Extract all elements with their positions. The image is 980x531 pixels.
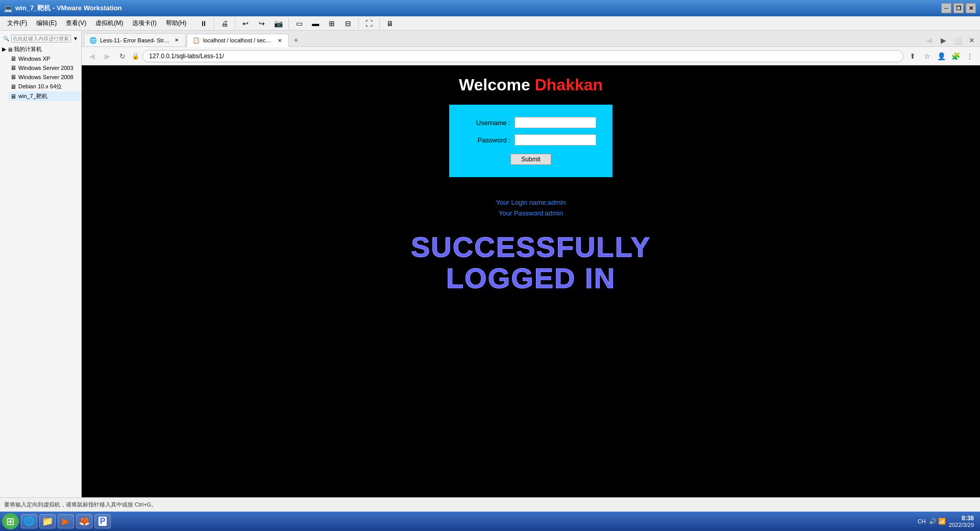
share-icon[interactable]: ⬆ [906,50,919,62]
menu-help[interactable]: 帮助(H) [162,18,191,29]
fullscreen-button[interactable]: ⛶ [362,16,376,31]
menu-dots-icon[interactable]: ⋮ [964,50,976,62]
menu-vm[interactable]: 虚拟机(M) [91,18,127,29]
clock: 8:38 2022/3/29 [949,515,974,528]
my-computer-label: 我的计算机 [14,45,42,53]
tab-bar: 🌐 Less-11- Error Based- String ✕ 📋 local… [82,31,980,47]
search-icon: 🔍 [3,36,9,41]
extensions-icon[interactable]: 🧩 [949,50,962,62]
login-name-text: Your Login name:admin [496,198,566,208]
sidebar-search-bar[interactable]: 🔍 ▼ [0,33,81,44]
restore-button[interactable]: ❐ [953,3,964,13]
clock-time: 8:38 [949,515,974,522]
tab-add-button[interactable]: + [290,34,302,46]
tab-scroll-right[interactable]: ▶ [937,34,949,46]
taskbar-icons: 🔊 📶 [929,518,946,525]
welcome-text: Welcome [459,76,530,94]
sidebar-item-label-winserver2003: Windows Server 2003 [18,65,74,71]
tab-restore-btn[interactable]: ⬜ [951,34,964,46]
vm-icon-win7: 🖥 [10,93,16,100]
pause-button[interactable]: ⏸ [197,16,211,31]
firefox-icon: 🦊 [79,516,90,527]
sidebar-item-label-winserver2008: Windows Server 2008 [18,74,74,80]
tab-close-2[interactable]: ✕ [277,37,283,44]
success-message: SUCCESSFULLY LOGGED IN [411,231,651,294]
clock-date: 2022/3/29 [949,522,974,528]
tab-scroll-left[interactable]: ◀ [923,34,935,46]
success-line2: LOGGED IN [411,262,651,294]
start-icon: ⊞ [6,515,15,527]
submit-button[interactable]: Submit [510,154,551,165]
menu-file[interactable]: 文件(F) [3,18,31,29]
sidebar-search-input[interactable] [11,35,71,42]
title-bar-controls: ─ ❐ ✕ [941,3,976,13]
forward-button[interactable]: ▶ [101,50,113,62]
lock-icon: 🔒 [132,53,139,60]
toolbar-sep-2 [235,18,235,29]
password-input[interactable] [514,134,596,146]
address-right-icons: ⬆ ☆ 👤 🧩 ⋮ [906,50,976,62]
view-btn4[interactable]: ⊟ [341,16,355,31]
welcome-name: Dhakkan [535,76,603,94]
print-button[interactable]: 🖨 [217,16,232,31]
taskbar-firefox[interactable]: 🦊 [76,514,92,528]
taskbar-explorer[interactable]: 📁 [39,514,56,528]
menu-view[interactable]: 查看(V) [62,18,90,29]
success-line1: SUCCESSFULLY [411,231,651,263]
close-button[interactable]: ✕ [966,3,976,13]
menu-bar: 文件(F) 编辑(E) 查看(V) 虚拟机(M) 选项卡(I) 帮助(H) ⏸ … [0,16,980,31]
browser-panel: 🌐 Less-11- Error Based- String ✕ 📋 local… [82,31,980,497]
tab-less11[interactable]: 🌐 Less-11- Error Based- String ✕ [84,33,186,46]
forward-snap[interactable]: ↪ [255,16,269,31]
sidebar-my-computer-group[interactable]: ▶ 🖥 我的计算机 [0,44,81,54]
username-label: Username : [470,119,510,127]
taskbar-media[interactable]: ▶ [58,514,74,528]
taskbar: ⊞ 🌐 📁 ▶ 🦊 P CH 🔊 📶 8:38 2022/3/29 [0,512,980,531]
sidebar-item-winserver2003[interactable]: 🖥 Windows Server 2003 [8,63,81,73]
display-button[interactable]: 🖥 [383,16,397,31]
status-bar: 要将输入定向到虚拟机，请将鼠标指针移入其中或按 Ctrl+G。 [0,497,980,512]
address-input[interactable] [142,50,903,62]
title-bar-left: 💻 win_7_靶机 - VMware Workstation [4,4,122,13]
menu-tabs[interactable]: 选项卡(I) [128,18,160,29]
bookmark-icon[interactable]: ☆ [921,50,933,62]
password-label: Password : [470,136,510,144]
tab-close-panel-btn[interactable]: ✕ [966,34,978,46]
taskbar-p[interactable]: P [94,514,111,528]
sidebar-item-label-win7: win_7_靶机 [18,92,47,100]
sidebar-item-debian[interactable]: 🖥 Debian 10.x 64位 [8,82,81,91]
expand-icon: ▶ [2,46,6,53]
menu-edit[interactable]: 编辑(E) [32,18,61,29]
refresh-button[interactable]: ↻ [116,50,129,62]
snap-btn[interactable]: 📷 [271,16,285,31]
tab-label-1: Less-11- Error Based- String [100,37,170,43]
vm-icon-winserver2008: 🖥 [10,74,16,81]
computer-icon: 🖥 [7,46,13,53]
tab-security[interactable]: 📋 localhost / localhost / security ✕ [187,34,289,47]
back-button[interactable]: ◀ [86,50,98,62]
tab-close-1[interactable]: ✕ [173,37,180,44]
sidebar-item-label-debian: Debian 10.x 64位 [18,83,62,90]
start-button[interactable]: ⊞ [2,513,19,529]
view-btn2[interactable]: ▬ [308,16,323,31]
view-btn1[interactable]: ▭ [292,16,306,31]
explorer-icon: 📁 [42,516,53,527]
back-snap[interactable]: ↩ [238,16,253,31]
minimize-button[interactable]: ─ [941,3,951,13]
username-input[interactable] [514,117,596,128]
sidebar-item-winserver2008[interactable]: 🖥 Windows Server 2008 [8,73,81,82]
sidebar-item-win7[interactable]: 🖥 win_7_靶机 [8,91,81,101]
sidebar-item-winxp[interactable]: 🖥 Windows XP [8,54,81,63]
profile-icon[interactable]: 👤 [935,50,947,62]
sidebar-children: 🖥 Windows XP 🖥 Windows Server 2003 🖥 Win… [0,54,81,101]
login-info: Your Login name:admin Your Password:admi… [496,198,566,219]
tab-favicon-1: 🌐 [89,37,97,44]
view-btn3[interactable]: ⊞ [325,16,339,31]
username-row: Username : [470,117,592,128]
password-row: Password : [470,134,592,146]
search-dropdown-icon[interactable]: ▼ [73,36,78,41]
toolbar-sep-1 [214,18,214,29]
taskbar-ie[interactable]: 🌐 [21,514,37,528]
vm-icon-debian: 🖥 [10,83,16,90]
tab-favicon-2: 📋 [192,37,200,44]
